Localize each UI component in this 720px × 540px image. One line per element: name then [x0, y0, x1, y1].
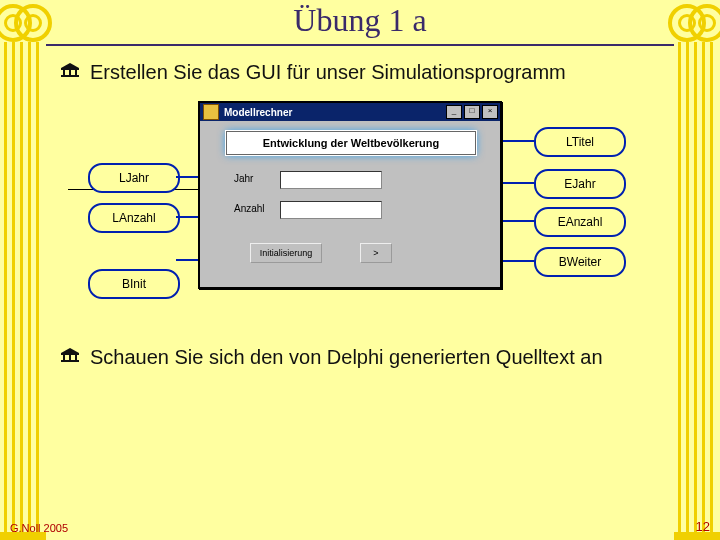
column-left: [0, 0, 46, 540]
slide-body: Erstellen Sie das GUI für unser Simulati…: [60, 54, 660, 510]
bullet-1: Erstellen Sie das GUI für unser Simulati…: [60, 60, 660, 85]
page-number: 12: [696, 519, 710, 534]
app-icon: [203, 104, 219, 120]
mock-title-panel: Entwicklung der Weltbevölkerung: [226, 131, 476, 155]
tag-binit: BInit: [88, 269, 180, 299]
button-next[interactable]: >: [360, 243, 392, 263]
mock-titlebar: Modellrechner _ □ ×: [200, 103, 500, 121]
bullet-1-text: Erstellen Sie das GUI für unser Simulati…: [90, 61, 566, 83]
tag-bweiter: BWeiter: [534, 247, 626, 277]
column-right: [674, 0, 720, 540]
maximize-icon[interactable]: □: [464, 105, 480, 119]
button-init[interactable]: Initialisierung: [250, 243, 322, 263]
label-jahr: Jahr: [234, 173, 253, 184]
tag-ljahr: LJahr: [88, 163, 180, 193]
bullet-2-text: Schauen Sie sich den von Delphi generier…: [90, 346, 603, 368]
gui-diagram: LJahr LAnzahl BInit LTitel EJahr EAnzahl…: [88, 97, 660, 327]
label-anzahl: Anzahl: [234, 203, 265, 214]
bullet-2: Schauen Sie sich den von Delphi generier…: [60, 345, 660, 370]
footer-author: G.Noll 2005: [10, 522, 68, 534]
minimize-icon[interactable]: _: [446, 105, 462, 119]
temple-bullet-icon: [60, 63, 80, 77]
title-rule: [46, 44, 674, 46]
field-anzahl[interactable]: [280, 201, 382, 219]
mock-window-title: Modellrechner: [222, 107, 446, 118]
field-jahr[interactable]: [280, 171, 382, 189]
mock-window: Modellrechner _ □ × Entwicklung der Welt…: [198, 101, 502, 289]
tag-ejahr: EJahr: [534, 169, 626, 199]
tag-lanzahl: LAnzahl: [88, 203, 180, 233]
tag-eanzahl: EAnzahl: [534, 207, 626, 237]
tag-ltitel: LTitel: [534, 127, 626, 157]
slide-title: Übung 1 a: [0, 2, 720, 39]
close-icon[interactable]: ×: [482, 105, 498, 119]
temple-bullet-icon: [60, 348, 80, 362]
